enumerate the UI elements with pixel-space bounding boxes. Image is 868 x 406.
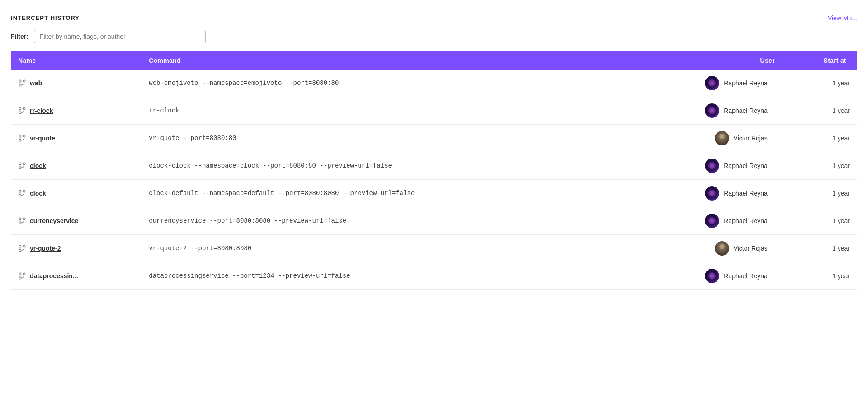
user-name: Victor Rojas [734,245,768,252]
branch-icon [18,244,26,253]
row-name-link[interactable]: dataprocessin... [30,272,78,280]
row-startat: 1 year [786,70,857,97]
row-user: Raphael Reyna [639,269,778,283]
avatar [705,186,719,201]
user-name: Raphael Reyna [724,107,768,114]
row-user: Victor Rojas [639,241,778,256]
col-header-startat: Start at [786,51,857,70]
row-user: Raphael Reyna [639,186,778,201]
row-startat: 1 year [786,207,857,235]
user-name: Raphael Reyna [724,217,768,224]
table-row: vr-quote-2 vr-quote-2 --port=8080:8080 V… [11,235,857,262]
user-name: Raphael Reyna [724,79,768,87]
row-startat: 1 year [786,262,857,290]
intercept-table: Name Command User Start at web web-emoji… [11,51,857,290]
row-command: vr-quote-2 --port=8080:8080 [142,235,632,262]
branch-icon [18,217,26,225]
filter-label: Filter: [11,33,28,40]
row-user: Raphael Reyna [639,103,778,118]
view-more-link[interactable]: View Mo... [828,14,857,22]
user-name: Raphael Reyna [724,162,768,169]
avatar [705,103,719,118]
table-row: vr-quote vr-quote --port=8080:80 Victor … [11,125,857,152]
branch-icon [18,189,26,198]
row-name-link[interactable]: rr-clock [30,107,53,114]
filter-input[interactable] [34,30,206,43]
table-row: web web-emojivoto --namespace=emojivoto … [11,70,857,97]
table-header: Name Command User Start at [11,51,857,70]
row-user: Raphael Reyna [639,76,778,90]
row-command: web-emojivoto --namespace=emojivoto --po… [142,70,632,97]
row-startat: 1 year [786,125,857,152]
user-name: Raphael Reyna [724,190,768,197]
col-header-user: User [632,51,786,70]
row-name-link[interactable]: vr-quote [30,135,55,142]
filter-row: Filter: [11,30,857,43]
table-header-row: Name Command User Start at [11,51,857,70]
page-title: INTERCEPT HISTORY [11,14,80,21]
avatar [705,269,719,283]
branch-icon [18,272,26,280]
table-body: web web-emojivoto --namespace=emojivoto … [11,70,857,290]
row-user: Raphael Reyna [639,159,778,173]
avatar [705,159,719,173]
row-startat: 1 year [786,152,857,180]
branch-icon [18,79,26,88]
avatar [705,214,719,228]
row-command: vr-quote --port=8080:80 [142,125,632,152]
row-command: clock-clock --namespace=clock --port=808… [142,152,632,180]
avatar [705,76,719,90]
row-command: currencyservice --port=8080:8080 --previ… [142,207,632,235]
table-row: currencyservice currencyservice --port=8… [11,207,857,235]
row-startat: 1 year [786,97,857,125]
row-user: Victor Rojas [639,131,778,145]
row-name-link[interactable]: web [30,79,42,87]
avatar [715,131,729,145]
row-name-link[interactable]: clock [30,162,46,169]
table-row: clock clock-clock --namespace=clock --po… [11,152,857,180]
branch-icon [18,134,26,143]
row-startat: 1 year [786,235,857,262]
row-command: rr-clock [142,97,632,125]
row-command: clock-default --namespace=default --port… [142,180,632,207]
user-name: Raphael Reyna [724,272,768,280]
avatar [715,241,729,256]
row-name-link[interactable]: currencyservice [30,217,78,224]
branch-icon [18,107,26,115]
branch-icon [18,162,26,170]
table-row: dataprocessin... dataprocessingservice -… [11,262,857,290]
table-row: clock clock-default --namespace=default … [11,180,857,207]
col-header-command: Command [142,51,632,70]
row-name-link[interactable]: vr-quote-2 [30,245,61,252]
col-header-name: Name [11,51,142,70]
table-row: rr-clock rr-clock Raphael Reyna 1 year [11,97,857,125]
row-name-link[interactable]: clock [30,190,46,197]
row-user: Raphael Reyna [639,214,778,228]
user-name: Victor Rojas [734,135,768,142]
page-header: INTERCEPT HISTORY View Mo... [11,14,857,22]
row-command: dataprocessingservice --port=1234 --prev… [142,262,632,290]
row-startat: 1 year [786,180,857,207]
